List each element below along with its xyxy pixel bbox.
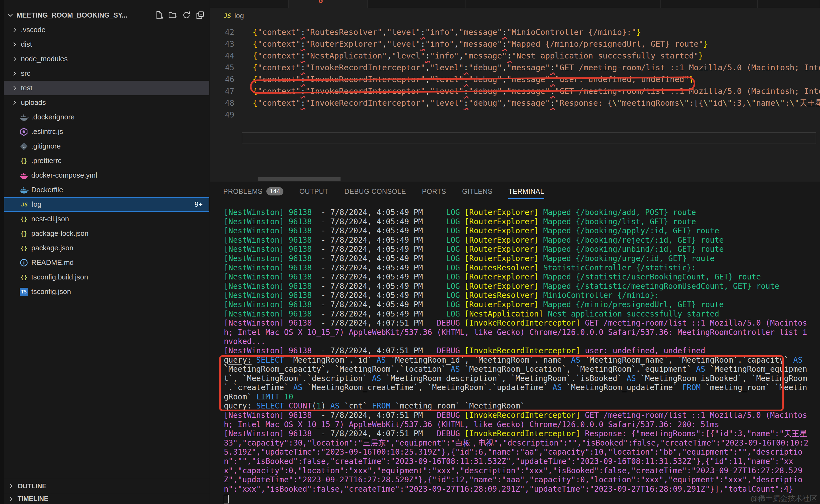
new-folder-icon[interactable] <box>168 10 177 20</box>
panel-tab-bar: PROBLEMS144OUTPUTDEBUG CONSOLEPORTSGITLE… <box>210 181 820 201</box>
timeline-section-header[interactable]: TIMELINE <box>4 493 210 504</box>
terminal-output[interactable]: [NestWinston] 96138 - 7/8/2024, 4:05:49 … <box>210 201 811 504</box>
line-number: 46 <box>210 74 234 85</box>
tree-item-node-modules[interactable]: node_modules <box>4 52 209 66</box>
editor-tab-1[interactable] <box>210 0 289 8</box>
terminal-line: [NestWinston] 96138 - 7/8/2024, 4:05:49 … <box>224 254 811 263</box>
chevron-down-icon <box>6 11 14 19</box>
line-number: 43 <box>210 38 234 50</box>
tree-item-src[interactable]: src <box>4 66 209 81</box>
editor-line-42: 42{"context":"RoutesResolver","level":"i… <box>210 26 820 38</box>
problems-count-badge: 144 <box>266 187 283 195</box>
readme-info-icon <box>19 258 29 267</box>
terminal-line: [NestWinston] 96138 - 7/8/2024, 4:05:49 … <box>224 226 811 236</box>
panel-tab-gitlens[interactable]: GITLENS <box>462 181 493 201</box>
tree-item--vscode[interactable]: .vscode <box>4 23 209 37</box>
sidebar-left-strip <box>0 0 4 504</box>
tree-item-package-lock-json[interactable]: {}package-lock.json <box>4 226 209 241</box>
json-braces-icon: {} <box>20 157 28 164</box>
new-file-icon[interactable] <box>154 10 164 20</box>
editor-line-44: 44{"context":"NestApplication","level":"… <box>210 50 820 62</box>
terminal-cursor <box>224 495 229 503</box>
editor-line-43: 43{"context":"RouterExplorer","level":"i… <box>210 38 820 50</box>
terminal-line: [NestWinston] 96138 - 7/8/2024, 4:05:49 … <box>224 309 811 319</box>
terminal-line: [NestWinston] 96138 - 7/8/2024, 4:05:49 … <box>224 236 811 245</box>
editor-line-49: 49 <box>210 109 820 121</box>
docker-whale-icon <box>19 171 29 180</box>
line-number: 44 <box>210 50 234 62</box>
line-number: 45 <box>210 62 234 74</box>
tree-item-test[interactable]: test <box>4 81 209 95</box>
editor-and-panel-area: JS log 42{"context":"RoutesResolver","le… <box>210 0 820 504</box>
json-braces-icon: {} <box>20 215 28 222</box>
code-editor[interactable]: 42{"context":"RoutesResolver","level":"i… <box>210 23 820 177</box>
tree-item-tsconfig-build-json[interactable]: {}tsconfig.build.json <box>4 270 209 284</box>
tree-item-tsconfig-json[interactable]: TStsconfig.json <box>4 284 209 299</box>
explorer-sidebar: MEETING_ROOM_BOOKING_SY... .vscodedistno… <box>0 0 210 504</box>
tree-item--prettierrc[interactable]: {}.prettierrc <box>4 153 209 168</box>
docker-whale-icon <box>19 185 29 195</box>
git-icon <box>19 142 29 151</box>
outline-label: OUTLINE <box>18 482 46 490</box>
terminal-line: [NestWinston] 96138 - 7/8/2024, 4:05:49 … <box>224 245 811 254</box>
terminal-line: query: SELECT `MeetingRoom`.`id` AS `Mee… <box>224 355 811 402</box>
tree-item--eslintrc-js[interactable]: .eslintrc.js <box>4 124 209 139</box>
terminal-line: [NestWinston] 96138 - 7/8/2024, 4:05:49 … <box>224 217 811 226</box>
chevron-right-icon <box>8 495 14 502</box>
editor-tab-7[interactable] <box>758 0 820 8</box>
panel-tab-terminal[interactable]: TERMINAL <box>508 181 544 201</box>
terminal-line: [NestWinston] 96138 - 7/8/2024, 4:05:49 … <box>224 272 811 282</box>
docker-whale-icon <box>19 113 29 122</box>
terminal-line: [NestWinston] 96138 - 7/8/2024, 4:07:51 … <box>224 318 811 346</box>
line-number: 47 <box>210 85 234 97</box>
editor-tab-4[interactable] <box>466 0 557 8</box>
tree-item--gitignore[interactable]: .gitignore <box>4 139 209 153</box>
chevron-right-icon <box>11 41 18 48</box>
terminal-line: [NestWinston] 96138 - 7/8/2024, 4:07:51 … <box>224 346 811 355</box>
chevron-right-icon <box>11 55 18 63</box>
tree-item--dockerignore[interactable]: .dockerignore <box>4 110 209 124</box>
collapse-all-icon[interactable] <box>195 10 205 20</box>
json-braces-icon: {} <box>20 230 28 237</box>
panel-tab-debug-console[interactable]: DEBUG CONSOLE <box>344 181 406 201</box>
tree-item-uploads[interactable]: uploads <box>4 95 209 110</box>
timeline-label: TIMELINE <box>18 495 48 503</box>
editor-tab-6[interactable] <box>661 0 758 8</box>
terminal-line: [NestWinston] 96138 - 7/8/2024, 4:05:49 … <box>224 208 811 217</box>
panel-tab-problems[interactable]: PROBLEMS144 <box>223 181 283 201</box>
terminal-line: query: SELECT COUNT(1) AS `cnt` FROM `me… <box>224 401 811 411</box>
tree-item-docker-compose-yml[interactable]: docker-compose.yml <box>4 168 209 183</box>
watermark: @稀土掘金技术社区 <box>751 494 817 503</box>
terminal-line: [NestWinston] 96138 - 7/8/2024, 4:05:49 … <box>224 300 811 309</box>
terminal-line: [NestWinston] 96138 - 7/8/2024, 4:07:51 … <box>224 429 811 494</box>
terminal-line: [NestWinston] 96138 - 7/8/2024, 4:05:49 … <box>224 282 811 291</box>
tree-item-dockerfile[interactable]: Dockerfile <box>4 183 209 197</box>
dirty-count-badge: 9+ <box>194 200 203 209</box>
tree-item-dist[interactable]: dist <box>4 37 209 52</box>
editor-tab-3[interactable] <box>368 0 466 8</box>
editor-line-46: 46{"context":"InvokeRecordInterceptor","… <box>210 74 820 85</box>
breadcrumb[interactable]: JS log <box>210 8 820 23</box>
editor-tab-2[interactable] <box>289 0 368 8</box>
explorer-section-header[interactable]: MEETING_ROOM_BOOKING_SY... <box>4 8 210 23</box>
editor-line-48: 48{"context":"InvokeRecordInterceptor","… <box>210 97 820 109</box>
js-file-icon: JS <box>224 12 231 19</box>
json-braces-icon: {} <box>20 245 28 251</box>
editor-tab-5[interactable] <box>557 0 661 8</box>
chevron-right-icon <box>11 85 18 92</box>
panel-tab-ports[interactable]: PORTS <box>422 181 446 201</box>
editor-tab-bar <box>210 0 820 8</box>
outline-section-header[interactable]: OUTLINE <box>4 479 210 493</box>
tree-item-readme-md[interactable]: README.md <box>4 255 209 270</box>
eslint-icon <box>19 127 29 136</box>
terminal-line: [NestWinston] 96138 - 7/8/2024, 4:05:49 … <box>224 263 811 273</box>
terminal-line: [NestWinston] 96138 - 7/8/2024, 4:07:51 … <box>224 411 811 429</box>
javascript-icon: JS <box>21 201 28 208</box>
tree-item-log[interactable]: JSlog9+ <box>4 197 209 212</box>
editor-horizontal-scrollbar[interactable] <box>258 177 340 181</box>
panel-tab-output[interactable]: OUTPUT <box>299 181 328 201</box>
refresh-icon[interactable] <box>182 10 191 20</box>
tree-item-nest-cli-json[interactable]: {}nest-cli.json <box>4 212 209 226</box>
terminal-line: [NestWinston] 96138 - 7/8/2024, 4:05:49 … <box>224 291 811 300</box>
tree-item-package-json[interactable]: {}package.json <box>4 241 209 255</box>
